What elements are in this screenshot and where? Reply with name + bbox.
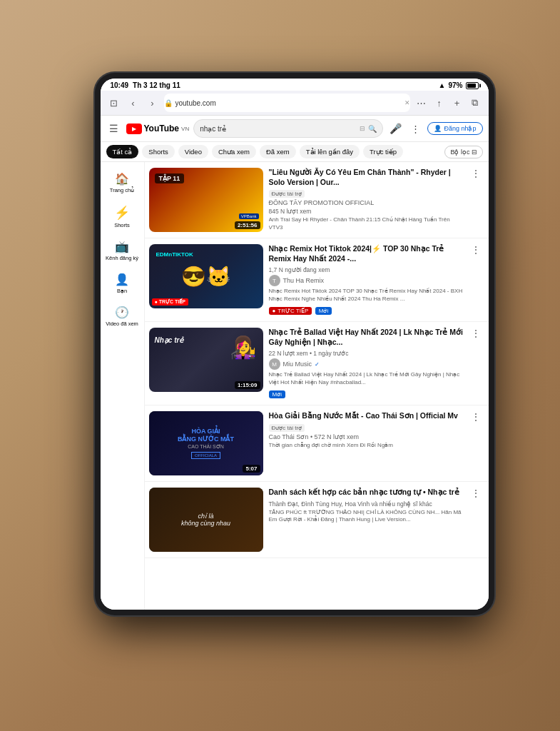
- sponsor-badge: VPBank: [239, 213, 259, 219]
- sidebar-label-shorts: Shorts: [114, 222, 130, 228]
- girl-emoji: 👩‍🎤: [230, 335, 256, 360]
- close-tab-icon[interactable]: ✕: [404, 99, 410, 106]
- browser-bar: ⊡ ‹ › 🔒 youtube.com ✕ ⋯ ↑ + ⧉: [101, 91, 489, 116]
- filter-icon: ⊟: [472, 148, 477, 156]
- dots-menu-button[interactable]: ⋯: [414, 95, 429, 111]
- wifi-icon: ▲: [439, 81, 446, 89]
- mic-button[interactable]: 🎤: [387, 121, 403, 136]
- filter-tab-truc-tiep[interactable]: Trực tiếp: [363, 145, 403, 158]
- tablet-screen: 10:49 Th 3 12 thg 11 ▲ 97% ⊡ ‹ › 🔒 youtu…: [101, 79, 489, 610]
- views-4: Cao Thái Sơn: [269, 433, 309, 440]
- yt-country: VN: [181, 126, 189, 132]
- yt-logo-icon: ▶: [126, 123, 142, 134]
- chu-la-text: chỉ làkhông cùng nhau: [181, 513, 230, 527]
- video-thumbnail-2: 😎🐱 ● TRỰC TIẾP: [149, 244, 263, 308]
- subscriptions-icon: 📺: [115, 240, 129, 253]
- url-bar[interactable]: 🔒 youtube.com ✕: [164, 94, 410, 112]
- filter-tab-tai-len[interactable]: Tải lên gần đây: [300, 145, 360, 158]
- main-layout: 🏠 Trang chủ ⚡ Shorts 📺 Kênh đăng ký 👤 Bạ…: [101, 162, 489, 610]
- video-item-4[interactable]: HÒA GIẢIBẰNG NƯỚC MẮT CAO THÁI SƠN OFFIC…: [145, 405, 489, 482]
- more-options-video-3[interactable]: ⋮: [470, 328, 482, 339]
- tablet-device: 10:49 Th 3 12 thg 11 ▲ 97% ⊡ ‹ › 🔒 youtu…: [95, 73, 494, 615]
- shorts-icon: ⚡: [114, 205, 130, 221]
- video-info-5: Danh sách kết hợp các bản nhạc tương tự …: [269, 488, 464, 552]
- video-meta-3: 22 N lượt xem • 1 ngày trước: [269, 350, 464, 357]
- video-info-1: "Liêu Người Ấy Có Yêu Em Chân Thành" - R…: [269, 168, 464, 232]
- channel-avatar-2: T: [269, 275, 280, 286]
- lock-icon: 🔒: [164, 99, 173, 107]
- video-title-4: Hòa Giải Bằng Nước Mắt - Cao Thái Sơn | …: [269, 411, 464, 421]
- filter-tab-all[interactable]: Tất cả: [106, 145, 139, 158]
- search-bar[interactable]: nhạc trẻ ⊟ 🔍: [193, 119, 383, 138]
- filter-tab-chua-xem[interactable]: Chưa xem: [212, 145, 256, 158]
- sidebar-item-history[interactable]: 🕐 Video đã xem: [103, 301, 141, 331]
- time-ago-3: 1 ngày trước: [313, 350, 348, 357]
- more-options-video-5[interactable]: ⋮: [470, 488, 482, 499]
- sidebar-item-you[interactable]: 👤 Bạn: [103, 268, 141, 298]
- video-thumbnail-1: TẬP 11 VPBank 2:51:56: [149, 168, 263, 232]
- channel-name-2: Thu Ha Remix: [283, 277, 325, 284]
- status-bar: 10:49 Th 3 12 thg 11 ▲ 97%: [101, 79, 489, 91]
- filter-label: Bộ lọc: [450, 148, 469, 156]
- new-tab-button[interactable]: +: [449, 95, 465, 111]
- video-meta-1: 845 N lượt xem: [269, 208, 464, 215]
- video-desc-5: TẦNG PHÚC ft TRƯƠNG THẢO NHI| CHỈ LÀ KHÔ…: [269, 509, 464, 524]
- sidebar-item-home[interactable]: 🏠 Trang chủ: [103, 168, 141, 198]
- history-icon: 🕐: [115, 306, 129, 319]
- video-channel-5: Thành Đạt, Đình Tùng Huy, Hoa Vinh và nh…: [269, 500, 464, 508]
- login-button[interactable]: 👤 Đăng nhập: [427, 122, 482, 135]
- tab-switcher-button[interactable]: ⊡: [106, 95, 122, 111]
- more-options-video-2[interactable]: ⋮: [470, 244, 482, 256]
- sidebar-item-shorts[interactable]: ⚡ Shorts: [103, 201, 141, 233]
- forward-button[interactable]: ›: [145, 95, 161, 111]
- sidebar-label-history: Video đã xem: [106, 321, 138, 327]
- video-item-2[interactable]: 😎🐱 ● TRỰC TIẾP Nhạc Remix Hot Tiktok 202…: [145, 238, 489, 322]
- new-badge-3: Mới: [269, 390, 285, 398]
- nhac-tre-text: Nhạc trẻ: [155, 336, 184, 344]
- video-thumbnail-4: HÒA GIẢIBẰNG NƯỚC MẮT CAO THÁI SƠN OFFIC…: [149, 411, 263, 475]
- video-item-5[interactable]: chỉ làkhông cùng nhau Danh sách kết hợp …: [145, 482, 489, 558]
- video-info-2: Nhạc Remix Hot Tiktok 2024|⚡ TOP 30 Nhạc…: [269, 244, 464, 316]
- share-button[interactable]: ↑: [432, 95, 447, 111]
- duration-badge-3: 1:15:09: [235, 381, 260, 389]
- more-options-button[interactable]: ⋮: [407, 121, 423, 136]
- filter-tab-da-xem[interactable]: Đã xem: [260, 145, 296, 158]
- login-label: Đăng nhập: [444, 125, 476, 132]
- video-thumbnail-3: Nhạc trẻ 👩‍🎤 1:15:09: [149, 328, 263, 392]
- sponsored-badge-4: Được tài trợ: [269, 424, 305, 432]
- clear-search-icon[interactable]: ⊟: [360, 125, 365, 132]
- yt-logo-text: YouTube: [144, 123, 180, 133]
- youtube-logo: ▶ YouTube VN: [126, 123, 190, 134]
- video-info-3: Nhạc Trẻ Ballad Việt Hay Nhất 2024 | Lk …: [269, 328, 464, 399]
- status-time: 10:49: [111, 81, 129, 89]
- episode-badge: TẬP 11: [155, 173, 185, 183]
- nuoc-mat-title: HÒA GIẢIBẰNG NƯỚC MẮT: [178, 428, 234, 443]
- filter-tab-video[interactable]: Video: [178, 145, 208, 158]
- video-title-1: "Liêu Người Ấy Có Yêu Em Chân Thành" - R…: [269, 168, 464, 187]
- channel-name-4: Cao Thái Sơn • 572 N lượt xem: [269, 433, 360, 440]
- back-button[interactable]: ‹: [126, 95, 141, 111]
- filter-tab-shorts[interactable]: Shorts: [142, 145, 174, 158]
- duration-badge-4: 5:07: [243, 465, 260, 473]
- video-item-3[interactable]: Nhạc trẻ 👩‍🎤 1:15:09 Nhạc Trẻ Ballad Việ…: [145, 322, 489, 405]
- tabs-button[interactable]: ⧉: [467, 95, 483, 111]
- filter-button[interactable]: Bộ lọc ⊟: [444, 146, 482, 158]
- video-viewers-2: 1,7 N người đang xem: [269, 266, 464, 273]
- battery-icon: [466, 82, 479, 89]
- youtube-header: ☰ ▶ YouTube VN nhạc trẻ ⊟ 🔍 🎤 ⋮ 👤 Đăng n…: [101, 116, 489, 142]
- video-desc-1: Anh Trai Say Hi Rhyder - Chân Thành 21:1…: [269, 216, 464, 231]
- more-options-video-4[interactable]: ⋮: [470, 411, 482, 423]
- video-item[interactable]: TẬP 11 VPBank 2:51:56 "Liêu Người Ấy Có …: [145, 162, 489, 238]
- search-icon[interactable]: 🔍: [368, 125, 377, 133]
- hamburger-menu-button[interactable]: ☰: [106, 121, 122, 136]
- verified-icon-3: ✓: [315, 361, 320, 368]
- content-area[interactable]: TẬP 11 VPBank 2:51:56 "Liêu Người Ấy Có …: [145, 162, 489, 610]
- video-thumbnail-5: chỉ làkhông cùng nhau: [149, 488, 263, 552]
- more-options-video-1[interactable]: ⋮: [470, 168, 482, 179]
- sidebar: 🏠 Trang chủ ⚡ Shorts 📺 Kênh đăng ký 👤 Bạ…: [101, 162, 145, 610]
- sidebar-item-subscriptions[interactable]: 📺 Kênh đăng ký: [103, 236, 141, 266]
- sidebar-label-you: Bạn: [117, 288, 127, 294]
- video-title-3: Nhạc Trẻ Ballad Việt Hay Nhất 2024 | Lk …: [269, 328, 464, 347]
- url-text: youtube.com: [175, 99, 216, 107]
- video-title-2: Nhạc Remix Hot Tiktok 2024|⚡ TOP 30 Nhạc…: [269, 244, 464, 263]
